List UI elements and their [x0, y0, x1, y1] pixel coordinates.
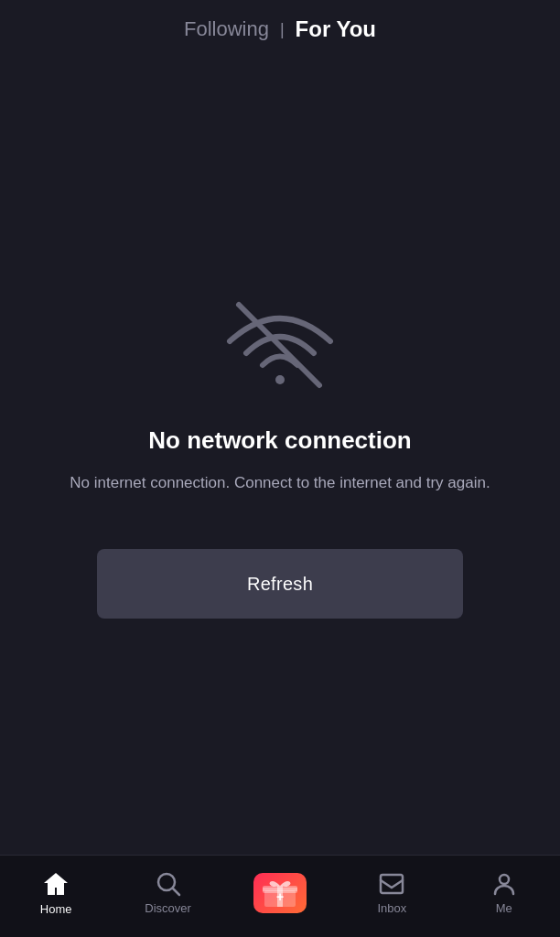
- me-icon: [490, 870, 518, 898]
- no-wifi-icon: [221, 291, 339, 392]
- nav-item-me[interactable]: Me: [468, 870, 541, 915]
- nav-item-home[interactable]: Home: [19, 869, 92, 916]
- tab-following[interactable]: Following: [173, 17, 280, 41]
- svg-point-0: [275, 375, 285, 384]
- bottom-nav: Home Discover: [0, 855, 560, 937]
- gift-icon: +: [253, 873, 307, 913]
- gift-box-icon: +: [261, 878, 299, 909]
- svg-point-10: [500, 875, 509, 884]
- discover-icon: [155, 870, 182, 898]
- nav-label-home: Home: [40, 902, 72, 916]
- svg-text:+: +: [276, 889, 284, 904]
- main-content: No network connection No internet connec…: [0, 55, 560, 855]
- nav-label-inbox: Inbox: [377, 901, 406, 915]
- nav-item-inbox[interactable]: Inbox: [355, 870, 428, 915]
- refresh-button[interactable]: Refresh: [97, 549, 463, 619]
- svg-rect-9: [381, 875, 403, 893]
- error-subtitle: No internet connection. Connect to the i…: [70, 471, 490, 495]
- nav-item-discover[interactable]: Discover: [132, 870, 205, 915]
- nav-item-add[interactable]: +: [243, 873, 317, 913]
- tab-foryou[interactable]: For You: [285, 16, 387, 42]
- inbox-icon: [378, 870, 405, 898]
- nav-label-me: Me: [496, 901, 512, 915]
- header: Following | For You: [0, 0, 560, 55]
- nav-label-discover: Discover: [145, 901, 191, 915]
- home-icon: [41, 869, 70, 899]
- error-title: No network connection: [148, 426, 411, 455]
- svg-line-3: [173, 889, 179, 895]
